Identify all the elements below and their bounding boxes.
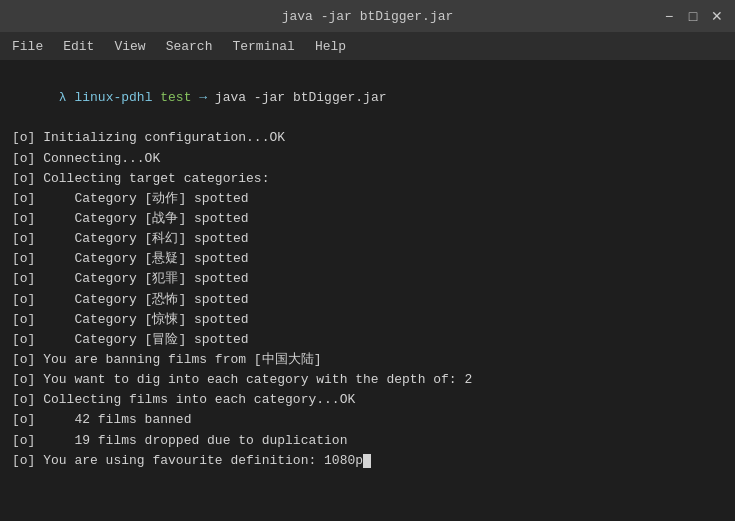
terminal-line-10: [o] Category [冒险] spotted [12, 330, 723, 350]
window-title: java -jar btDigger.jar [282, 9, 454, 24]
terminal-line-0: [o] Initializing configuration...OK [12, 128, 723, 148]
terminal-line-13: [o] Collecting films into each category.… [12, 390, 723, 410]
terminal-line-14: [o] 42 films banned [12, 410, 723, 430]
menu-terminal[interactable]: Terminal [224, 37, 302, 56]
menu-edit[interactable]: Edit [55, 37, 102, 56]
menu-search[interactable]: Search [158, 37, 221, 56]
terminal-line-5: [o] Category [科幻] spotted [12, 229, 723, 249]
menu-bar: File Edit View Search Terminal Help [0, 32, 735, 60]
terminal-line-4: [o] Category [战争] spotted [12, 209, 723, 229]
minimize-button[interactable]: − [661, 8, 677, 24]
close-button[interactable]: ✕ [709, 8, 725, 24]
terminal-line-11: [o] You are banning films from [中国大陆] [12, 350, 723, 370]
menu-file[interactable]: File [4, 37, 51, 56]
terminal-line-12: [o] You want to dig into each category w… [12, 370, 723, 390]
prompt-cmd: java -jar btDigger.jar [207, 90, 386, 105]
maximize-button[interactable]: □ [685, 8, 701, 24]
menu-view[interactable]: View [106, 37, 153, 56]
prompt-lambda: λ [59, 90, 75, 105]
terminal-cursor [363, 454, 371, 468]
terminal-line-15: [o] 19 films dropped due to duplication [12, 431, 723, 451]
terminal-window: java -jar btDigger.jar − □ ✕ File Edit V… [0, 0, 735, 521]
terminal-line-16: [o] You are using favourite definition: … [12, 451, 723, 471]
prompt-host: linux-pdhl [74, 90, 152, 105]
terminal-line-2: [o] Collecting target categories: [12, 169, 723, 189]
terminal-body[interactable]: λ linux-pdhl test → java -jar btDigger.j… [0, 60, 735, 521]
terminal-line-1: [o] Connecting...OK [12, 149, 723, 169]
terminal-line-8: [o] Category [恐怖] spotted [12, 290, 723, 310]
window-controls: − □ ✕ [661, 8, 725, 24]
title-bar: java -jar btDigger.jar − □ ✕ [0, 0, 735, 32]
terminal-line-3: [o] Category [动作] spotted [12, 189, 723, 209]
terminal-line-9: [o] Category [惊悚] spotted [12, 310, 723, 330]
menu-help[interactable]: Help [307, 37, 354, 56]
terminal-line-7: [o] Category [犯罪] spotted [12, 269, 723, 289]
terminal-line-6: [o] Category [悬疑] spotted [12, 249, 723, 269]
prompt-space: test [152, 90, 199, 105]
prompt-arrow: → [199, 90, 207, 105]
prompt-line: λ linux-pdhl test → java -jar btDigger.j… [12, 68, 723, 128]
